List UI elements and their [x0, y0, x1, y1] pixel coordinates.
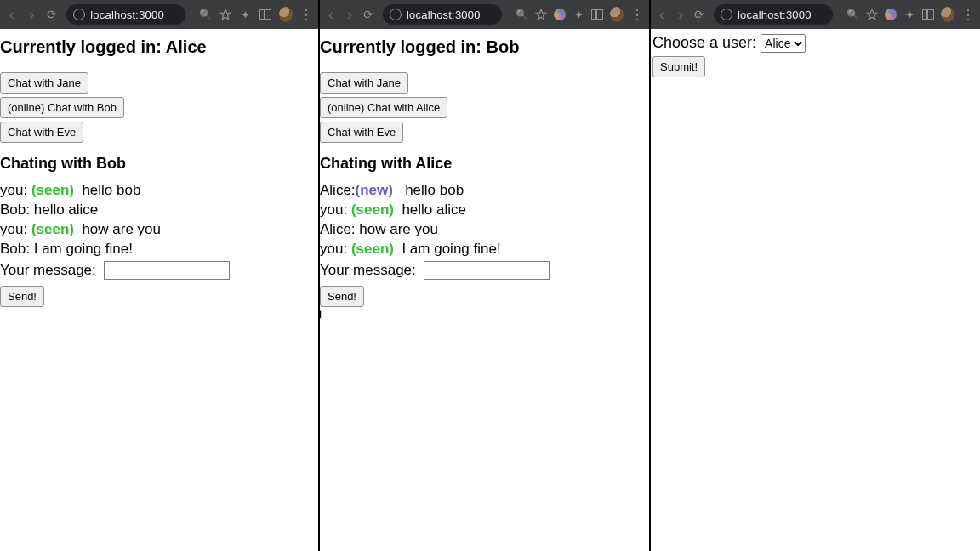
profile-avatar[interactable]	[610, 8, 624, 21]
logged-in-user: Bob	[487, 37, 520, 56]
msg-text: hello bob	[82, 182, 140, 198]
logged-in-user: Alice	[166, 37, 207, 56]
browser-toolbar: localhost:3000	[651, 0, 980, 29]
site-info-icon[interactable]	[721, 9, 732, 20]
message-row: you: (seen) how are you	[0, 220, 318, 240]
extensions-icon[interactable]	[573, 8, 584, 21]
chat-with-eve-button[interactable]: Chat with Eve	[0, 122, 83, 143]
side-panel-icon[interactable]	[591, 8, 603, 21]
side-panel-icon[interactable]	[922, 8, 934, 21]
message-row: Bob: hello alice	[0, 201, 318, 220]
message-input[interactable]	[104, 261, 230, 280]
page-content: Currently logged in: Alice Chat with Jan…	[0, 37, 318, 307]
compose-label: Your message:	[0, 262, 96, 278]
bookmark-star-icon[interactable]	[219, 8, 232, 21]
back-icon[interactable]	[325, 8, 337, 21]
assistant-orb-icon[interactable]	[885, 8, 897, 21]
kebab-menu-icon[interactable]	[630, 8, 644, 21]
bookmark-star-icon[interactable]	[866, 8, 878, 21]
chat-heading: Chating with Alice	[320, 155, 649, 173]
extensions-icon[interactable]	[903, 8, 915, 21]
chat-with-jane-button[interactable]: Chat with Jane	[320, 72, 408, 94]
address-bar[interactable]: localhost:3000	[66, 4, 185, 25]
msg-text: hello bob	[405, 182, 464, 198]
profile-avatar[interactable]	[279, 8, 293, 21]
browser-toolbar: localhost:3000	[320, 0, 649, 29]
site-info-icon[interactable]	[390, 9, 402, 20]
page-content: Currently logged in: Bob Chat with Jane …	[320, 37, 649, 307]
msg-status: (new)	[356, 182, 393, 198]
reload-icon[interactable]	[693, 8, 705, 21]
reload-icon[interactable]	[362, 8, 374, 21]
url-text: localhost:3000	[738, 9, 812, 21]
address-bar[interactable]: localhost:3000	[383, 4, 502, 25]
chat-with-eve-button[interactable]: Chat with Eve	[320, 122, 403, 143]
kebab-menu-icon[interactable]	[961, 8, 975, 21]
submit-button[interactable]: Submit!	[652, 56, 705, 77]
url-text: localhost:3000	[407, 9, 481, 21]
msg-text: I am going fine!	[34, 241, 133, 257]
bookmark-star-icon[interactable]	[535, 8, 547, 21]
url-text: localhost:3000	[90, 9, 164, 21]
page-content: Choose a user: Alice Submit!	[651, 29, 980, 77]
svg-marker-1	[536, 9, 546, 20]
profile-avatar[interactable]	[941, 8, 954, 21]
browser-toolbar: localhost:3000	[0, 0, 318, 29]
message-row: Alice:(new) hello bob	[320, 181, 649, 201]
message-row: Bob: I am going fine!	[0, 240, 318, 259]
user-select[interactable]: Alice	[761, 34, 806, 53]
extensions-icon[interactable]	[239, 8, 252, 21]
forward-icon[interactable]	[25, 8, 37, 21]
msg-text: how are you	[359, 221, 438, 237]
chat-with-alice-button[interactable]: (online) Chat with Alice	[320, 97, 447, 118]
compose-label: Your message:	[320, 262, 416, 278]
msg-from: you:	[0, 182, 27, 198]
zoom-icon[interactable]	[199, 8, 212, 21]
msg-text: hello alice	[34, 202, 99, 218]
msg-status: (seen)	[31, 221, 74, 237]
message-input[interactable]	[424, 261, 550, 280]
send-button[interactable]: Send!	[0, 286, 44, 307]
chat-with-jane-button[interactable]: Chat with Jane	[0, 72, 88, 94]
msg-from: Bob:	[0, 241, 30, 257]
page-title: Currently logged in: Bob	[320, 37, 649, 57]
contact-list: Chat with Jane (online) Chat with Alice …	[320, 72, 649, 143]
kebab-menu-icon[interactable]	[299, 8, 313, 21]
chat-heading: Chating with Bob	[0, 155, 318, 173]
svg-marker-0	[221, 9, 231, 20]
msg-from: you:	[320, 202, 347, 218]
message-row: you: (seen) hello bob	[0, 181, 318, 201]
side-panel-icon[interactable]	[259, 8, 272, 21]
browser-window-chooser: localhost:3000 Choose a user: Alice Subm…	[651, 0, 980, 551]
compose-row: Your message:	[320, 261, 649, 281]
reload-icon[interactable]	[45, 8, 58, 21]
contact-list: Chat with Jane (online) Chat with Bob Ch…	[0, 72, 318, 143]
back-icon[interactable]	[5, 8, 18, 21]
msg-from: you:	[320, 241, 347, 257]
msg-status: (seen)	[31, 182, 74, 198]
browser-window-alice: localhost:3000 Currently logged in: Alic…	[0, 0, 320, 551]
msg-text: how are you	[82, 221, 161, 237]
back-icon[interactable]	[656, 8, 668, 21]
message-row: you: (seen) hello alice	[320, 201, 649, 220]
message-list: you: (seen) hello bob Bob: hello alice y…	[0, 181, 318, 307]
assistant-orb-icon[interactable]	[554, 8, 566, 21]
browser-window-bob: ◀ localhost:3000 Currently logged in: Bo…	[320, 0, 651, 551]
msg-status: (seen)	[351, 241, 394, 257]
zoom-icon[interactable]	[846, 8, 859, 21]
forward-icon[interactable]	[675, 8, 687, 21]
chat-with-bob-button[interactable]: (online) Chat with Bob	[0, 97, 124, 118]
svg-marker-2	[867, 9, 877, 20]
forward-icon[interactable]	[344, 8, 356, 21]
msg-from: Bob:	[0, 202, 30, 218]
msg-from: Alice:	[320, 182, 356, 198]
address-bar[interactable]: localhost:3000	[714, 4, 833, 25]
message-row: you: (seen) I am going fine!	[320, 240, 649, 259]
site-info-icon[interactable]	[73, 9, 85, 20]
compose-row: Your message:	[0, 261, 318, 281]
message-list: Alice:(new) hello bob you: (seen) hello …	[320, 181, 649, 307]
msg-from: you:	[0, 221, 27, 237]
zoom-icon[interactable]	[516, 8, 528, 21]
send-button[interactable]: Send!	[320, 286, 364, 307]
msg-from: Alice:	[320, 221, 356, 237]
